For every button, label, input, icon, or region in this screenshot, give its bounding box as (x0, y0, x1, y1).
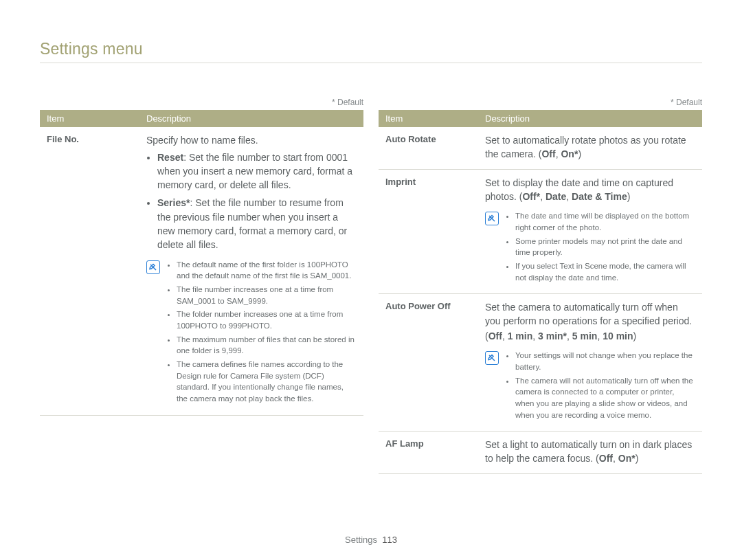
item-auto-rotate: Auto Rotate (379, 127, 478, 170)
right-table: Item Description Auto Rotate Set to auto… (379, 110, 702, 474)
item-af-lamp: AF Lamp (379, 432, 478, 474)
list-item: Your settings will not change when you r… (515, 350, 695, 372)
default-label: * Default (40, 98, 363, 107)
note-icon (485, 212, 499, 225)
list-item: The file number increases one at a time … (177, 284, 357, 306)
opt-reset: Reset: Set the file number to start from… (157, 150, 357, 192)
col-header-description: Description (478, 110, 702, 127)
page-footer: Settings 113 (0, 535, 742, 545)
left-table: Item Description File No. Specify how to… (40, 110, 363, 416)
desc-af-lamp: Set a light to automatically turn on in … (478, 432, 702, 474)
columns-wrapper: * Default Item Description File No. Spec… (40, 98, 702, 474)
col-header-description: Description (139, 110, 363, 127)
file-no-options: Reset: Set the file number to start from… (146, 150, 357, 252)
table-row: Imprint Set to display the date and time… (379, 170, 702, 294)
desc-file-no: Specify how to name files. Reset: Set th… (139, 127, 363, 415)
document-page: Settings menu * Default Item Description… (0, 0, 742, 560)
list-item: The camera will not automatically turn o… (515, 375, 695, 421)
list-item: The folder number increases one at a tim… (177, 309, 357, 331)
apo-note: Your settings will not change when you r… (485, 350, 695, 423)
note-icon (485, 351, 499, 365)
note-icon (146, 260, 160, 274)
apo-note-list: Your settings will not change when you r… (506, 350, 695, 423)
auto-power-off-text: Set the camera to automatically turn off… (485, 301, 695, 328)
imprint-note: The date and time will be displayed on t… (485, 210, 695, 285)
col-header-item: Item (379, 110, 478, 127)
table-row: File No. Specify how to name files. Rese… (40, 127, 363, 415)
page-title: Settings menu (40, 40, 702, 63)
left-column: * Default Item Description File No. Spec… (40, 98, 363, 474)
file-no-note: The default name of the first folder is … (146, 259, 357, 407)
list-item: Some printer models may not print the da… (515, 236, 695, 258)
file-no-intro: Specify how to name files. (146, 134, 357, 148)
desc-auto-power-off: Set the camera to automatically turn off… (478, 294, 702, 432)
footer-section: Settings (345, 535, 377, 545)
list-item: The date and time will be displayed on t… (515, 210, 695, 233)
imprint-note-list: The date and time will be displayed on t… (506, 210, 695, 285)
list-item: If you select Text in Scene mode, the ca… (515, 260, 695, 283)
item-auto-power-off: Auto Power Off (379, 294, 478, 432)
table-row: AF Lamp Set a light to automatically tur… (379, 432, 702, 474)
opt-series: Series*: Set the file number to resume f… (157, 196, 357, 251)
auto-power-off-options: (Off, 1 min, 3 min*, 5 min, 10 min) (485, 330, 695, 344)
desc-auto-rotate: Set to automatically rotate photos as yo… (478, 127, 702, 170)
item-imprint: Imprint (379, 170, 478, 294)
item-file-no: File No. (40, 127, 139, 415)
list-item: The camera defines file names according … (177, 359, 357, 405)
list-item: The default name of the first folder is … (177, 259, 357, 282)
desc-imprint: Set to display the date and time on capt… (478, 170, 702, 294)
right-column: * Default Item Description Auto Rotate S… (379, 98, 702, 474)
list-item: The maximum number of files that can be … (177, 334, 357, 357)
table-row: Auto Power Off Set the camera to automat… (379, 294, 702, 432)
col-header-item: Item (40, 110, 139, 127)
default-label: * Default (379, 98, 702, 107)
footer-page: 113 (382, 535, 397, 545)
file-no-note-list: The default name of the first folder is … (167, 259, 357, 407)
table-row: Auto Rotate Set to automatically rotate … (379, 127, 702, 170)
